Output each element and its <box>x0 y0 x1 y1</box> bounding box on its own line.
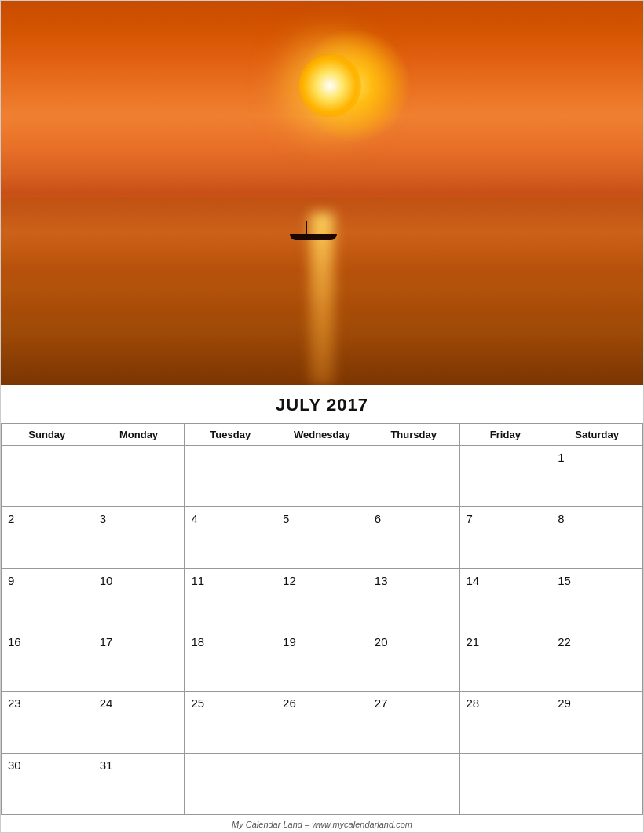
calendar-day-cell: 23 <box>2 692 93 753</box>
calendar-week-row: 1 <box>2 446 643 507</box>
calendar-day-cell <box>185 446 276 507</box>
calendar-day-cell: 17 <box>93 630 185 691</box>
month-title: JULY 2017 <box>1 385 643 423</box>
boat-silhouette <box>290 231 337 240</box>
calendar-table: SundayMondayTuesdayWednesdayThursdayFrid… <box>1 423 643 815</box>
calendar-day-cell: 5 <box>276 507 368 568</box>
hero-background <box>1 1 643 385</box>
boat-body <box>290 234 337 240</box>
calendar-day-cell: 10 <box>93 568 185 630</box>
calendar-day-header: Monday <box>93 424 185 446</box>
calendar-week-row: 16171819202122 <box>2 630 643 691</box>
calendar-day-cell: 7 <box>459 507 551 568</box>
calendar-day-cell <box>185 753 276 814</box>
calendar-day-cell <box>368 753 459 814</box>
calendar-day-cell <box>551 753 643 814</box>
hero-image <box>1 1 643 385</box>
calendar-day-cell <box>2 446 93 507</box>
calendar-day-cell: 2 <box>2 507 93 568</box>
calendar-day-cell: 12 <box>276 568 368 630</box>
calendar-day-cell: 14 <box>459 568 551 630</box>
calendar-day-cell: 28 <box>459 692 551 753</box>
calendar-day-cell <box>276 753 368 814</box>
calendar-day-header: Thursday <box>368 424 459 446</box>
calendar-week-row: 3031 <box>2 753 643 814</box>
page-container: JULY 2017 SundayMondayTuesdayWednesdayTh… <box>0 0 644 833</box>
calendar-day-header: Saturday <box>551 424 643 446</box>
calendar-day-cell: 9 <box>2 568 93 630</box>
calendar-day-cell <box>93 446 185 507</box>
calendar-day-cell: 27 <box>368 692 459 753</box>
calendar-day-cell: 25 <box>185 692 276 753</box>
calendar-day-header: Tuesday <box>185 424 276 446</box>
calendar-day-cell: 29 <box>551 692 643 753</box>
calendar-day-cell: 26 <box>276 692 368 753</box>
calendar-day-cell: 22 <box>551 630 643 691</box>
calendar-section: JULY 2017 SundayMondayTuesdayWednesdayTh… <box>1 385 643 832</box>
calendar-day-cell <box>459 446 551 507</box>
calendar-week-row: 23242526272829 <box>2 692 643 753</box>
calendar-day-cell: 6 <box>368 507 459 568</box>
calendar-day-cell <box>459 753 551 814</box>
calendar-day-cell: 24 <box>93 692 185 753</box>
calendar-day-cell: 20 <box>368 630 459 691</box>
calendar-week-row: 9101112131415 <box>2 568 643 630</box>
calendar-day-cell: 15 <box>551 568 643 630</box>
calendar-day-cell: 8 <box>551 507 643 568</box>
calendar-day-cell <box>276 446 368 507</box>
sun-graphic <box>298 54 361 117</box>
calendar-day-header: Friday <box>459 424 551 446</box>
footer-text: My Calendar Land – www.mycalendarland.co… <box>1 815 643 832</box>
calendar-day-cell: 4 <box>185 507 276 568</box>
calendar-day-cell: 16 <box>2 630 93 691</box>
calendar-day-cell: 19 <box>276 630 368 691</box>
calendar-day-cell: 31 <box>93 753 185 814</box>
calendar-day-cell: 1 <box>551 446 643 507</box>
calendar-header-row: SundayMondayTuesdayWednesdayThursdayFrid… <box>2 424 643 446</box>
calendar-day-header: Sunday <box>2 424 93 446</box>
calendar-day-cell <box>368 446 459 507</box>
calendar-week-row: 2345678 <box>2 507 643 568</box>
calendar-day-cell: 13 <box>368 568 459 630</box>
calendar-day-cell: 21 <box>459 630 551 691</box>
calendar-day-cell: 30 <box>2 753 93 814</box>
calendar-day-cell: 11 <box>185 568 276 630</box>
calendar-day-cell: 3 <box>93 507 185 568</box>
calendar-day-cell: 18 <box>185 630 276 691</box>
calendar-day-header: Wednesday <box>276 424 368 446</box>
